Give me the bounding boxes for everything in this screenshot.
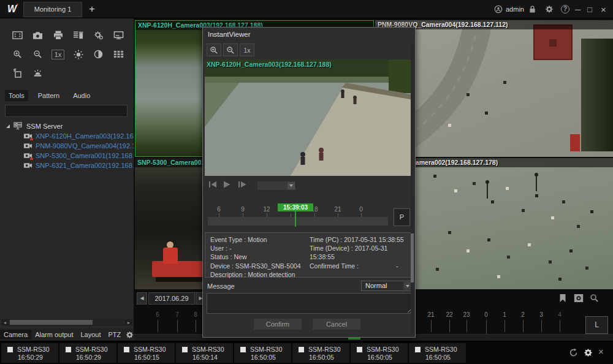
tab-layout[interactable]: Layout [77, 330, 105, 339]
event-item[interactable]: SSM-RS30 16:50:05 [351, 343, 408, 363]
print-button[interactable] [48, 26, 68, 45]
severity-value: Normal [365, 282, 387, 289]
confirm-button[interactable]: Confirm [253, 318, 302, 330]
sidebar-tab-strip: Tools Pattern Audio [5, 90, 94, 101]
event-checkbox-icon[interactable] [66, 347, 71, 352]
device-search-input[interactable] [5, 105, 128, 117]
step-forward-button[interactable] [237, 180, 247, 189]
camera-icon [23, 142, 32, 150]
tree-node-server[interactable]: SSM Server [0, 121, 134, 131]
zoom-in-button[interactable] [7, 45, 28, 64]
alarm-lamp-button[interactable] [28, 64, 48, 83]
tab-ptz[interactable]: PTZ [105, 330, 125, 339]
dialog-zoom-reset-button[interactable]: 1x [240, 44, 254, 56]
user-menu[interactable]: admin [494, 0, 524, 18]
sidebar-settings-button[interactable] [126, 331, 134, 339]
gear-icon [545, 5, 554, 13]
event-item[interactable]: SSM-RS30 16:50:05 [292, 343, 349, 363]
event-checkbox-icon[interactable] [415, 347, 421, 352]
help-button[interactable]: ? [561, 0, 569, 18]
tree-node-camera[interactable]: SNP-6321_Camera002(192.168.1.1 [0, 161, 134, 170]
export-record-button[interactable] [574, 294, 584, 303]
info-row: Time (Device) : 2017-05-31 15:38:55 [310, 244, 413, 261]
camera-icon [23, 162, 32, 169]
event-item[interactable]: SSM-RS30 16:50:15 [118, 343, 175, 363]
zoom-in-icon [210, 46, 218, 55]
tab-pattern[interactable]: Pattern [34, 90, 63, 101]
refresh-events-button[interactable] [569, 348, 578, 357]
scrollbar-track[interactable] [9, 320, 125, 325]
tree-node-camera[interactable]: SNP-5300_Camera001(192.168.10 [0, 151, 134, 160]
ptz-pattern-icon [13, 69, 23, 78]
info-row: Description : Motion detection [210, 270, 310, 279]
scrollbar-thumb[interactable] [411, 233, 414, 282]
step-backward-button[interactable] [208, 180, 218, 189]
message-textarea[interactable] [207, 293, 413, 314]
ptz-pattern-button[interactable] [7, 64, 28, 83]
tab-camera[interactable]: Camera [0, 330, 31, 339]
event-info-left-column: Event Type : Motion User : - Status : Ne… [210, 235, 310, 279]
playback-mode-button[interactable]: P [394, 208, 410, 226]
timeline-cursor[interactable] [295, 211, 296, 227]
event-checkbox-icon[interactable] [182, 347, 188, 352]
dialog-zoom-out-button[interactable] [223, 44, 238, 56]
severity-dropdown[interactable]: Normal [361, 281, 413, 291]
add-tab-button[interactable]: + [85, 2, 99, 17]
close-event-bar-button[interactable]: × [598, 346, 604, 357]
dialog-video-view[interactable]: XNP-6120H_Camera003(192.168.127.188) [205, 59, 414, 176]
zoom-out-button[interactable] [28, 45, 48, 64]
event-checkbox-icon[interactable] [124, 347, 129, 352]
event-checkbox-icon[interactable] [299, 347, 304, 352]
timeline-search-button[interactable] [590, 294, 599, 303]
layout-grid-button[interactable] [109, 45, 129, 64]
live-button[interactable]: L [585, 316, 608, 334]
event-item[interactable]: SSM-RS30 16:50:29 [1, 343, 58, 363]
hour-label: 4 [550, 311, 569, 318]
close-button[interactable]: × [601, 0, 612, 18]
event-notification-bar: SSM-RS30 16:50:29 SSM-RS30 16:50:29 SSM-… [0, 342, 613, 364]
event-checkbox-icon[interactable] [7, 347, 13, 352]
zoom-reset-button[interactable]: 1x [48, 45, 68, 64]
scrollbar-thumb[interactable] [10, 320, 93, 325]
printer-icon [53, 31, 63, 40]
bookmark-button[interactable] [559, 294, 566, 303]
playback-speed-select[interactable] [257, 181, 296, 191]
tree-node-camera[interactable]: PNM-9080VQ_Camera004(192.168 [0, 141, 134, 150]
fullscreen-button[interactable] [7, 26, 28, 45]
event-checkbox-icon[interactable] [357, 347, 362, 352]
event-item[interactable]: SSM-RS30 16:50:29 [59, 343, 116, 363]
monitor-button[interactable] [109, 26, 129, 45]
timeline-date[interactable]: 2017.06.29 [148, 292, 195, 305]
contrast-button[interactable] [88, 45, 109, 64]
prev-date-button[interactable]: ◀ [137, 292, 147, 305]
brightness-button[interactable] [68, 45, 88, 64]
dialog-scrollbar[interactable] [411, 42, 414, 335]
tab-alarm-output[interactable]: Alarm output [31, 330, 77, 339]
scroll-left-icon[interactable]: ◄ [1, 320, 9, 325]
event-checkbox-icon[interactable] [240, 347, 246, 352]
play-button[interactable] [223, 180, 231, 189]
event-toggle-button[interactable] [88, 26, 109, 45]
cancel-button[interactable]: Cancel [312, 318, 361, 330]
sidebar-horizontal-scrollbar[interactable]: ◄ ► [1, 319, 132, 325]
snapshot-button[interactable] [28, 26, 48, 45]
tree-expand-icon[interactable] [6, 124, 10, 128]
event-item[interactable]: SSM-RS30 16:50:05 [234, 343, 291, 363]
lock-button[interactable] [528, 0, 536, 18]
dialog-zoom-in-button[interactable] [207, 44, 221, 56]
maximize-button[interactable]: □ [587, 0, 598, 18]
delete-sequence-button[interactable] [68, 26, 88, 45]
tab-monitoring-1[interactable]: Monitoring 1 [23, 2, 82, 17]
settings-button[interactable] [545, 0, 554, 18]
info-row: Confirmed Time : - [310, 262, 413, 270]
tab-tools[interactable]: Tools [5, 90, 28, 101]
tab-audio[interactable]: Audio [69, 90, 94, 101]
scroll-right-icon[interactable]: ► [125, 320, 132, 325]
chevron-down-icon[interactable] [287, 182, 295, 189]
dialog-timeline-track[interactable] [208, 217, 388, 226]
event-item[interactable]: SSM-RS30 16:50:14 [176, 343, 233, 363]
event-item[interactable]: SSM-RS30 16:50:05 [409, 343, 466, 363]
tree-node-camera[interactable]: XNP-6120H_Camera003(192.168.1. [0, 131, 134, 140]
event-settings-button[interactable] [584, 348, 593, 357]
minimize-button[interactable]: ─ [575, 0, 586, 18]
